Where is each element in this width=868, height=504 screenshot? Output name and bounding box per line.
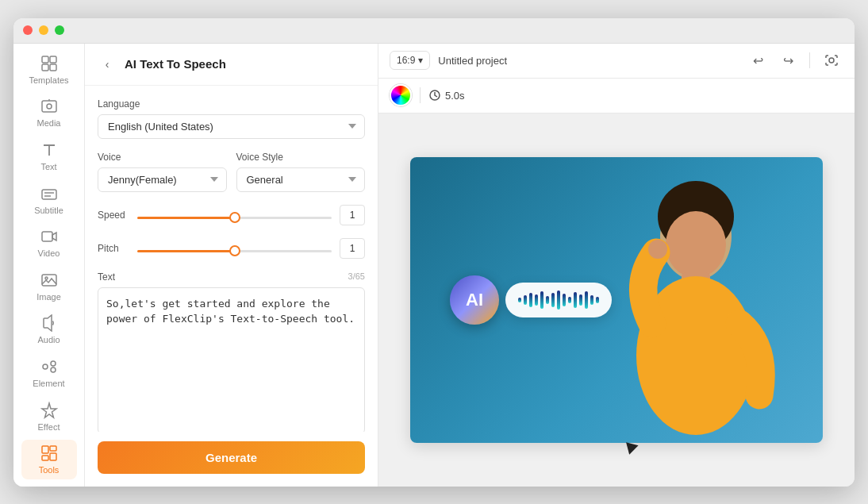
- sidebar-label-video: Video: [38, 248, 60, 258]
- svg-point-23: [829, 58, 834, 63]
- image-icon: [40, 271, 58, 289]
- svg-rect-9: [42, 190, 56, 199]
- speed-row: Speed 1: [98, 205, 365, 225]
- undo-button[interactable]: ↩: [746, 48, 770, 72]
- sidebar-label-image: Image: [36, 292, 61, 302]
- svg-rect-22: [42, 446, 48, 453]
- screenshot-button[interactable]: [820, 48, 843, 72]
- element-icon: [40, 358, 58, 375]
- svg-point-5: [47, 104, 52, 109]
- svg-rect-19: [42, 456, 48, 460]
- sidebar-item-templates[interactable]: Templates: [21, 50, 77, 90]
- chevron-down-icon: ▾: [418, 55, 423, 66]
- text-input[interactable]: So,let's get started and explore the pow…: [98, 287, 365, 432]
- voice-row: Voice Jenny(Female) Guy(Male) Voice Styl…: [98, 152, 365, 205]
- svg-rect-3: [50, 64, 56, 71]
- sidebar-item-subtitle[interactable]: Subtitle: [21, 179, 77, 220]
- speed-slider[interactable]: [137, 217, 332, 219]
- svg-rect-12: [42, 232, 52, 241]
- aspect-ratio-selector[interactable]: 16:9 ▾: [390, 51, 430, 70]
- svg-rect-21: [50, 453, 56, 460]
- wave-bar-7: [551, 293, 555, 307]
- clock-icon: [428, 89, 441, 102]
- sidebar-item-media[interactable]: Media: [21, 93, 77, 133]
- panel: ‹ AI Text To Speech Language English (Un…: [85, 44, 378, 487]
- topbar-actions: ↩ ↪: [746, 48, 843, 72]
- svg-point-27: [666, 211, 726, 278]
- voice-style-group: Voice Style General Cheerful: [236, 152, 366, 192]
- sidebar-item-image[interactable]: Image: [21, 266, 77, 306]
- sidebar-label-audio: Audio: [37, 335, 60, 344]
- svg-rect-4: [42, 101, 56, 112]
- sidebar-item-effect[interactable]: Effect: [21, 396, 77, 437]
- sidebar-label-media: Media: [37, 118, 61, 128]
- sidebar-label-element: Element: [33, 379, 64, 388]
- wave-bar-12: [579, 294, 582, 306]
- panel-content: Language English (United States) Spanish…: [85, 86, 378, 432]
- voice-group: Voice Jenny(Female) Guy(Male): [98, 152, 227, 192]
- language-label: Language: [98, 98, 365, 110]
- main-canvas: 16:9 ▾ Untitled project ↩ ↪: [378, 44, 855, 487]
- generate-button[interactable]: Generate: [98, 441, 365, 474]
- svg-rect-20: [50, 446, 56, 451]
- close-button[interactable]: [23, 25, 33, 35]
- audio-icon: [40, 314, 58, 332]
- voice-style-select[interactable]: General Cheerful: [236, 167, 366, 192]
- app-body: Templates Media: [13, 44, 855, 487]
- svg-point-15: [45, 277, 48, 279]
- text-icon: [40, 141, 58, 159]
- wave-bar-14: [590, 295, 593, 305]
- language-select[interactable]: English (United States) Spanish French G…: [98, 114, 365, 139]
- wave-bar-5: [540, 291, 543, 309]
- minimize-button[interactable]: [39, 25, 48, 35]
- speed-slider-container: [137, 208, 332, 222]
- pitch-slider[interactable]: [137, 250, 332, 252]
- sidebar-label-tools: Tools: [39, 465, 60, 475]
- sidebar-item-element[interactable]: Element: [21, 353, 77, 394]
- back-button[interactable]: ‹: [98, 55, 117, 74]
- canvas-timeline-row: 5.0s: [378, 79, 855, 113]
- wave-bar-8: [557, 290, 560, 310]
- effect-icon: [40, 402, 58, 419]
- waveform-bubble: [505, 283, 612, 317]
- wave-bar-1: [518, 298, 521, 302]
- canvas-frame: AI: [410, 157, 823, 443]
- app-window: Templates Media: [13, 18, 855, 487]
- sidebar-label-effect: Effect: [38, 422, 60, 432]
- wave-bar-15: [596, 297, 599, 303]
- svg-rect-14: [42, 275, 56, 286]
- maximize-button[interactable]: [55, 25, 64, 35]
- media-icon: [40, 98, 58, 115]
- topbar-divider: [809, 52, 810, 68]
- sidebar-item-audio[interactable]: Audio: [21, 310, 77, 350]
- panel-title: AI Text To Speech: [125, 57, 226, 71]
- ai-badge: AI: [450, 275, 499, 325]
- svg-point-18: [51, 367, 56, 372]
- sidebar-label-templates: Templates: [29, 75, 68, 85]
- sidebar-item-tools[interactable]: Tools: [21, 440, 77, 480]
- canvas-topbar: 16:9 ▾ Untitled project ↩ ↪: [378, 44, 855, 79]
- person-figure: [593, 173, 799, 443]
- wave-bar-3: [529, 293, 532, 307]
- canvas-background: AI: [410, 157, 823, 443]
- video-icon: [40, 228, 58, 245]
- text-label-row: Text 3/65: [98, 271, 365, 283]
- sidebar-item-video[interactable]: Video: [21, 223, 77, 264]
- sidebar-item-text[interactable]: Text: [21, 137, 77, 177]
- panel-header: ‹ AI Text To Speech: [85, 44, 378, 86]
- color-wheel[interactable]: [390, 84, 412, 106]
- voice-label: Voice: [98, 152, 227, 163]
- title-bar: [13, 18, 855, 44]
- redo-button[interactable]: ↪: [776, 48, 800, 72]
- wave-bar-10: [568, 297, 571, 303]
- wave-bar-6: [546, 296, 549, 304]
- pitch-row: Pitch 1: [98, 238, 365, 259]
- tools-icon: [40, 444, 58, 462]
- svg-rect-2: [42, 64, 48, 71]
- pitch-label: Pitch: [98, 243, 129, 254]
- svg-point-16: [43, 364, 48, 369]
- speed-label: Speed: [98, 210, 129, 221]
- grid-icon: [40, 55, 58, 72]
- voice-select[interactable]: Jenny(Female) Guy(Male): [98, 167, 227, 192]
- wave-bar-2: [524, 295, 527, 305]
